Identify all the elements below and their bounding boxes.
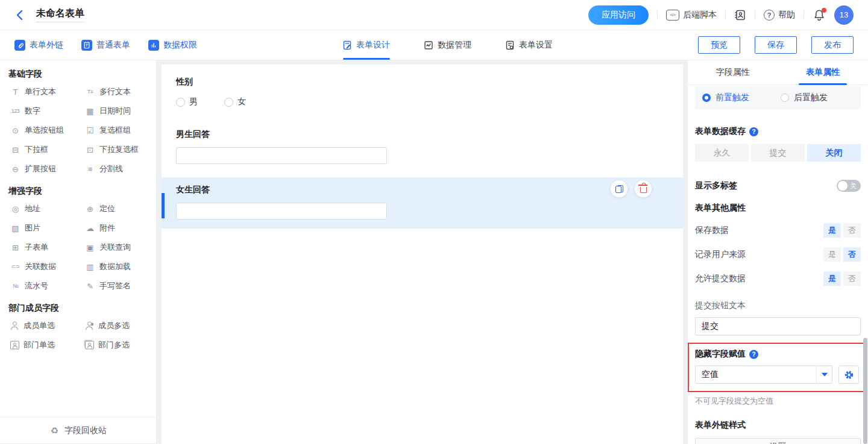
field-recycle-bin-button[interactable]: ♻ 字段回收站 <box>0 417 156 444</box>
delete-field-button[interactable] <box>635 180 652 197</box>
field-item-address[interactable]: ◎地址 <box>7 199 82 218</box>
field-item-multiselect[interactable]: ⊡下拉复选框 <box>82 140 149 159</box>
cache-option-permanent[interactable]: 永久 <box>695 144 749 162</box>
field-item-linked-query[interactable]: ▣关联查询 <box>82 238 149 257</box>
female-answer-input[interactable] <box>176 203 387 220</box>
field-item-number[interactable]: 123数字 <box>7 101 82 121</box>
section-title-enhanced-fields: 增强字段 <box>8 186 149 197</box>
form-canvas[interactable]: 性别 男 女 男生回答 女生回答 <box>162 65 683 444</box>
app-access-button[interactable]: 应用访问 <box>588 5 649 25</box>
field-item-data-load[interactable]: ▥数据加载 <box>82 257 149 276</box>
field-item-divider[interactable]: ≡分割线 <box>82 159 149 179</box>
submit-button-text-input[interactable] <box>695 317 861 335</box>
allow-submit-no-button[interactable]: 否 <box>843 271 861 286</box>
panel-scrollbar[interactable] <box>863 338 867 444</box>
canvas-field-gender[interactable]: 性别 男 女 <box>162 69 683 113</box>
hidden-field-select[interactable]: 空值 <box>695 366 832 384</box>
save-data-yes-button[interactable]: 是 <box>823 223 841 238</box>
link-style-settings-button[interactable]: 设置 <box>695 438 861 444</box>
backend-script-label: 后端脚本 <box>683 10 717 21</box>
field-item-radio-group[interactable]: ⊙单选按钮组 <box>7 121 82 140</box>
help-circle-icon[interactable] <box>749 127 758 136</box>
multi-tab-toggle[interactable]: 关 <box>837 180 861 192</box>
help-button[interactable]: 帮助 <box>764 10 795 21</box>
field-item-linked-data[interactable]: ⊂⊃关联数据 <box>7 257 82 276</box>
form-design-icon <box>342 40 352 50</box>
cache-option-close[interactable]: 关闭 <box>807 144 861 162</box>
prop-row-save-data: 保存数据 是 否 <box>695 223 861 238</box>
radio-option-male[interactable]: 男 <box>176 97 198 107</box>
help-circle-icon[interactable] <box>749 350 758 359</box>
male-answer-input[interactable] <box>176 147 387 164</box>
canvas-field-male-answer[interactable]: 男生回答 <box>162 122 683 170</box>
save-button[interactable]: 保存 <box>755 36 797 54</box>
radio-option-female[interactable]: 女 <box>224 97 246 107</box>
form-external-link-button[interactable]: 表单外链 <box>14 40 63 51</box>
toggle-state-label: 关 <box>850 182 857 191</box>
notification-button[interactable] <box>813 8 826 22</box>
link-style-title: 表单外链样式 <box>695 420 861 431</box>
field-item-location[interactable]: ⊕定位 <box>82 199 149 218</box>
image-icon: ▧ <box>10 224 20 232</box>
field-item-serial-number[interactable]: №流水号 <box>7 276 82 296</box>
tab-form-settings[interactable]: 表单设置 <box>505 30 553 60</box>
hidden-field-select-value: 空值 <box>696 369 816 380</box>
section-title-dept-member-fields: 部门成员字段 <box>8 303 149 314</box>
document-icon <box>81 40 92 51</box>
field-label: 性别 <box>176 77 668 87</box>
tab-data-manage[interactable]: 数据管理 <box>424 30 471 60</box>
number-icon: 123 <box>10 109 20 114</box>
field-item-attachment[interactable]: ☁附件 <box>82 218 149 238</box>
field-item-dept-multi[interactable]: 部门多选 <box>82 335 149 355</box>
field-item-multi-line-text[interactable]: T≡多行文本 <box>82 82 149 101</box>
field-item-member-single[interactable]: 成员单选 <box>7 316 82 335</box>
canvas-field-female-answer-selected[interactable]: 女生回答 <box>162 177 683 229</box>
preview-button[interactable]: 预览 <box>698 36 740 54</box>
tab-field-properties[interactable]: 字段属性 <box>688 60 778 84</box>
record-source-no-button[interactable]: 否 <box>843 247 861 262</box>
checkbox-group-icon: ☑ <box>85 127 95 135</box>
field-item-signature[interactable]: ✎手写签名 <box>82 276 149 296</box>
tab-form-design[interactable]: 表单设计 <box>342 30 390 60</box>
field-item-member-multi[interactable]: 成员多选 <box>82 316 149 335</box>
contact-book-button[interactable] <box>734 9 746 21</box>
backend-script-button[interactable]: 后端脚本 <box>666 10 717 21</box>
attachment-icon: ☁ <box>85 224 95 232</box>
copy-icon <box>615 185 623 193</box>
help-label: 帮助 <box>778 10 795 21</box>
data-permission-button[interactable]: 数据权限 <box>148 40 197 51</box>
field-item-checkbox-group[interactable]: ☑复选框组 <box>82 121 149 140</box>
field-item-dept-single[interactable]: 部门单选 <box>7 335 82 355</box>
cache-option-submit[interactable]: 提交 <box>751 144 805 162</box>
header-divider <box>755 10 755 20</box>
field-item-single-line-text[interactable]: T单行文本 <box>7 82 82 101</box>
field-item-extend-button[interactable]: ⊖扩展按钮 <box>7 159 82 179</box>
field-item-select[interactable]: ⊟下拉框 <box>7 140 82 159</box>
record-source-yes-button[interactable]: 是 <box>823 247 841 262</box>
signature-icon: ✎ <box>85 282 95 290</box>
textarea-icon: T≡ <box>85 89 95 95</box>
tab-form-properties[interactable]: 表单属性 <box>778 60 868 84</box>
canvas-background: 性别 男 女 男生回答 女生回答 <box>157 60 688 444</box>
form-title[interactable]: 未命名表单 <box>36 7 84 22</box>
publish-button[interactable]: 发布 <box>811 36 854 54</box>
normal-form-label: 普通表单 <box>96 40 130 51</box>
field-item-subform[interactable]: ⊞子表单 <box>7 238 82 257</box>
properties-panel: 字段属性 表单属性 前置触发 后置触发 表单数据缓存 永久 提交 <box>688 60 868 444</box>
prop-row-allow-submit: 允许提交数据 是 否 <box>695 271 861 286</box>
avatar[interactable]: 13 <box>834 5 854 25</box>
copy-field-button[interactable] <box>611 180 627 197</box>
radio-option-post-trigger[interactable]: 后置触发 <box>781 92 828 103</box>
radio-option-pre-trigger[interactable]: 前置触发 <box>702 92 749 103</box>
allow-submit-yes-button[interactable]: 是 <box>823 271 841 286</box>
back-button[interactable] <box>12 8 27 22</box>
hidden-field-settings-button[interactable] <box>838 366 859 384</box>
text-icon: T <box>10 88 20 96</box>
normal-form-button[interactable]: 普通表单 <box>81 40 130 51</box>
field-item-datetime[interactable]: ▦日期时间 <box>82 101 149 121</box>
form-data-cache-title: 表单数据缓存 <box>695 126 861 137</box>
other-props-title: 表单其他属性 <box>695 203 861 214</box>
save-data-no-button[interactable]: 否 <box>843 223 861 238</box>
field-item-image[interactable]: ▧图片 <box>7 218 82 238</box>
bar-chart-icon <box>148 40 159 51</box>
